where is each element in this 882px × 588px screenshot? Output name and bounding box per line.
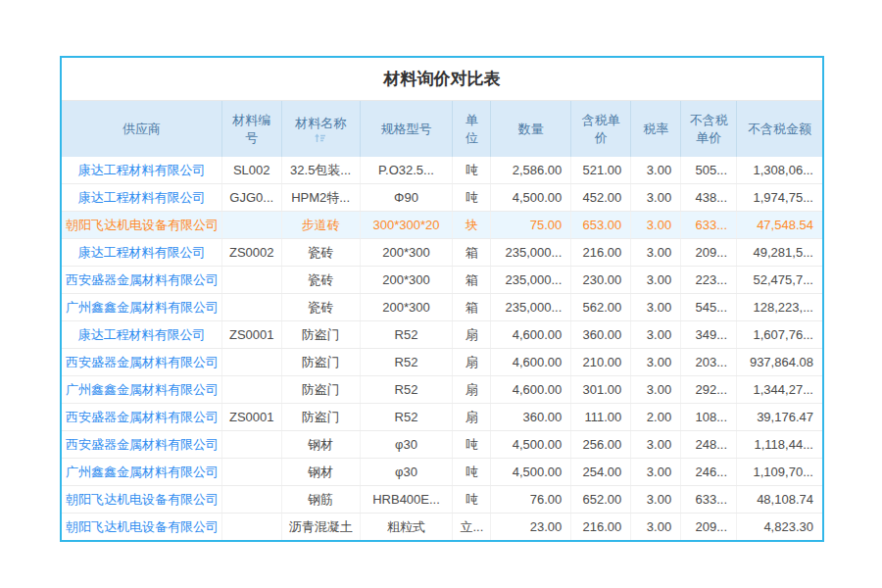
cell-unit: 箱 — [453, 267, 491, 293]
column-header-amount_no_tax[interactable]: 不含税金额 — [737, 101, 822, 157]
table-row[interactable]: 康达工程材料有限公司ZS0002瓷砖200*300箱235,000...216.… — [62, 238, 822, 266]
supplier-link[interactable]: 康达工程材料有限公司 — [62, 239, 222, 266]
cell-price_with_tax: 653.00 — [571, 212, 631, 238]
cell-material_no: GJG0... — [222, 184, 282, 211]
table-row[interactable]: 康达工程材料有限公司GJG0...HPM2特...Φ90吨4,500.00452… — [62, 183, 822, 211]
supplier-link[interactable]: 朝阳飞达机电设备有限公司 — [62, 212, 222, 238]
cell-amount_no_tax: 128,223,... — [737, 294, 822, 320]
cell-price_no_tax: 248... — [681, 431, 737, 458]
cell-quantity: 4,500.00 — [491, 431, 571, 458]
cell-material_name: 瓷砖 — [282, 239, 361, 266]
cell-price_no_tax: 505... — [681, 157, 737, 183]
table-row[interactable]: 朝阳飞达机电设备有限公司沥青混凝土粗粒式立...23.00216.003.002… — [62, 513, 822, 540]
supplier-link[interactable]: 西安盛器金属材料有限公司 — [62, 349, 222, 375]
cell-material_name: 沥青混凝土 — [282, 514, 361, 540]
cell-tax_rate: 3.00 — [631, 294, 681, 320]
cell-unit: 扇 — [453, 376, 491, 403]
table-row[interactable]: 广州鑫鑫金属材料有限公司防盗门R52扇4,600.00301.003.00292… — [62, 375, 822, 403]
cell-unit: 立... — [453, 514, 491, 540]
column-header-label: 单位 — [459, 112, 484, 146]
table-row[interactable]: 康达工程材料有限公司ZS0001防盗门R52扇4,600.00360.003.0… — [62, 320, 822, 348]
column-header-tax_rate[interactable]: 税率 — [631, 101, 681, 157]
cell-amount_no_tax: 1,308,06... — [737, 157, 822, 183]
cell-tax_rate: 2.00 — [631, 404, 681, 430]
table-row[interactable]: 康达工程材料有限公司SL00232.5包装...P.O32.5...吨2,586… — [62, 157, 822, 183]
supplier-link[interactable]: 广州鑫鑫金属材料有限公司 — [62, 459, 222, 485]
table-row[interactable]: 朝阳飞达机电设备有限公司步道砖300*300*20块75.00653.003.0… — [62, 211, 822, 238]
cell-quantity: 4,500.00 — [491, 184, 571, 211]
cell-unit: 箱 — [453, 239, 491, 266]
cell-material_name: 钢材 — [282, 431, 361, 458]
cell-quantity: 235,000... — [491, 294, 571, 320]
table-header: 供应商材料编号材料名称规格型号单位数量含税单价税率不含税单价不含税金额 — [62, 101, 822, 157]
cell-amount_no_tax: 937,864.08 — [737, 349, 822, 375]
cell-material_no — [222, 267, 282, 293]
column-header-spec[interactable]: 规格型号 — [361, 101, 454, 157]
column-header-supplier[interactable]: 供应商 — [62, 101, 222, 157]
supplier-link[interactable]: 广州鑫鑫金属材料有限公司 — [62, 294, 222, 320]
cell-tax_rate: 3.00 — [631, 349, 681, 375]
table-row[interactable]: 西安盛器金属材料有限公司瓷砖200*300箱235,000...230.003.… — [62, 266, 822, 293]
column-header-price_no_tax[interactable]: 不含税单价 — [681, 101, 737, 157]
cell-unit: 吨 — [453, 157, 491, 183]
cell-amount_no_tax: 49,281,5... — [737, 239, 822, 266]
table-row[interactable]: 广州鑫鑫金属材料有限公司钢材φ30吨4,500.00254.003.00246.… — [62, 458, 822, 485]
cell-material_no — [222, 486, 282, 513]
cell-material_name: 防盗门 — [282, 376, 361, 403]
column-header-label: 材料编号 — [228, 112, 275, 146]
supplier-link[interactable]: 广州鑫鑫金属材料有限公司 — [62, 376, 222, 403]
cell-unit: 吨 — [453, 486, 491, 513]
table-row[interactable]: 西安盛器金属材料有限公司钢材φ30吨4,500.00256.003.00248.… — [62, 430, 822, 458]
cell-material_no: ZS0002 — [222, 239, 282, 266]
cell-unit: 吨 — [453, 459, 491, 485]
cell-amount_no_tax: 1,344,27... — [737, 376, 822, 403]
cell-material_name: 钢筋 — [282, 486, 361, 513]
supplier-link[interactable]: 西安盛器金属材料有限公司 — [62, 431, 222, 458]
cell-material_name: 瓷砖 — [282, 294, 361, 320]
supplier-link[interactable]: 康达工程材料有限公司 — [62, 321, 222, 348]
supplier-link[interactable]: 康达工程材料有限公司 — [62, 184, 222, 211]
cell-spec: φ30 — [361, 431, 454, 458]
cell-amount_no_tax: 1,109,70... — [737, 459, 822, 485]
supplier-link[interactable]: 康达工程材料有限公司 — [62, 157, 222, 183]
column-header-quantity[interactable]: 数量 — [491, 101, 571, 157]
cell-price_no_tax: 203... — [681, 349, 737, 375]
sort-icon[interactable] — [315, 133, 326, 143]
supplier-link[interactable]: 西安盛器金属材料有限公司 — [62, 267, 222, 293]
cell-material_name: 32.5包装... — [282, 157, 361, 183]
cell-price_with_tax: 210.00 — [571, 349, 631, 375]
column-header-price_with_tax[interactable]: 含税单价 — [571, 101, 631, 157]
cell-price_no_tax: 633... — [681, 486, 737, 513]
column-header-material_name[interactable]: 材料名称 — [282, 101, 361, 157]
supplier-link[interactable]: 朝阳飞达机电设备有限公司 — [62, 486, 222, 513]
column-header-unit[interactable]: 单位 — [453, 101, 491, 157]
table-row[interactable]: 西安盛器金属材料有限公司ZS0001防盗门R52扇360.00111.002.0… — [62, 403, 822, 430]
cell-quantity: 4,600.00 — [491, 321, 571, 348]
cell-material_no — [222, 459, 282, 485]
table-row[interactable]: 朝阳飞达机电设备有限公司钢筋HRB400E...吨76.00652.003.00… — [62, 485, 822, 513]
cell-price_with_tax: 256.00 — [571, 431, 631, 458]
table-row[interactable]: 西安盛器金属材料有限公司防盗门R52扇4,600.00210.003.00203… — [62, 348, 822, 375]
supplier-link[interactable]: 西安盛器金属材料有限公司 — [62, 404, 222, 430]
cell-price_no_tax: 438... — [681, 184, 737, 211]
cell-price_with_tax: 301.00 — [571, 376, 631, 403]
cell-amount_no_tax: 1,118,44... — [737, 431, 822, 458]
cell-amount_no_tax: 47,548.54 — [737, 212, 822, 238]
cell-material_name: 瓷砖 — [282, 267, 361, 293]
cell-spec: 200*300 — [361, 294, 454, 320]
cell-unit: 扇 — [453, 404, 491, 430]
cell-price_with_tax: 521.00 — [571, 157, 631, 183]
cell-spec: Φ90 — [361, 184, 454, 211]
cell-price_with_tax: 652.00 — [571, 486, 631, 513]
cell-unit: 块 — [453, 212, 491, 238]
cell-material_no: SL002 — [222, 157, 282, 183]
cell-unit: 箱 — [453, 294, 491, 320]
column-header-material_no[interactable]: 材料编号 — [222, 101, 282, 157]
cell-spec: R52 — [361, 321, 454, 348]
column-header-label: 规格型号 — [381, 121, 432, 138]
cell-quantity: 4,600.00 — [491, 349, 571, 375]
column-header-label: 不含税单价 — [687, 112, 730, 146]
supplier-link[interactable]: 朝阳飞达机电设备有限公司 — [62, 514, 222, 540]
cell-price_no_tax: 223... — [681, 267, 737, 293]
table-row[interactable]: 广州鑫鑫金属材料有限公司瓷砖200*300箱235,000...562.003.… — [62, 293, 822, 320]
